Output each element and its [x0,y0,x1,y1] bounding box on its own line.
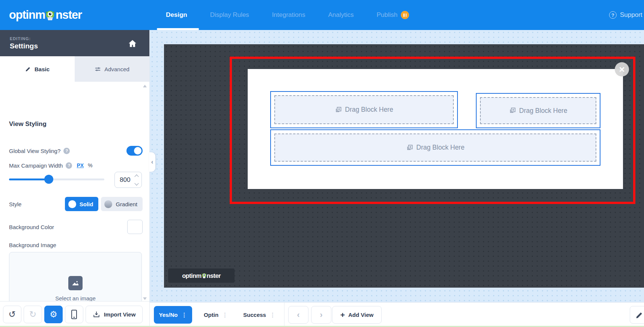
kebab-menu-icon[interactable]: ⋮ [222,312,228,318]
powered-by-badge: optinm nster [168,268,235,283]
dropzone-row-bottom[interactable]: Drag Block Here [270,129,600,166]
tab-basic-label: Basic [35,66,50,72]
max-width-slider[interactable] [9,178,104,180]
sidebar-collapse-handle[interactable]: ‹ [149,152,155,172]
top-nav: optinm nster Design Display Rules Integr… [0,0,644,30]
home-button[interactable] [128,39,137,48]
dropzone-column-right[interactable]: Drag Block Here [476,93,600,128]
app-root: optinm nster Design Display Rules Integr… [0,0,644,327]
view-yesno-button[interactable]: Yes/No ⋮ [154,306,192,324]
style-solid-label: Solid [80,201,93,207]
mobile-icon [71,310,77,319]
scrollbar-up-icon[interactable] [143,85,147,87]
collapse-icon: ‹ [151,158,153,166]
tab-integrations[interactable]: Integrations [272,11,305,19]
add-view-button[interactable]: + Add View [332,306,382,324]
max-campaign-width-row: Max Campaign Width ? PX % [9,161,143,170]
scrollbar-down-icon[interactable] [143,297,147,300]
campaign-body[interactable] [248,69,623,189]
stepper-up-icon[interactable] [134,174,138,178]
dropzone-target[interactable]: Drag Block Here [480,97,596,124]
dropzone-label: Drag Block Here [519,107,567,115]
solid-swatch-icon [68,200,76,208]
brand-logo-text-pre: optinm [9,8,45,22]
active-tab-underline [157,28,199,30]
background-color-swatch[interactable] [127,220,143,234]
image-placeholder-icon [68,276,83,290]
sidebar-tabs: Basic Advanced [0,56,149,82]
gradient-swatch-icon [104,200,112,208]
dropzone-label: Drag Block Here [416,144,464,152]
chevron-left-icon: ‹ [297,310,299,320]
sidebar-header: EDITING: Settings [0,30,149,56]
redo-button[interactable]: ↻ [24,306,42,323]
tab-advanced[interactable]: Advanced [75,56,149,82]
campaign-canvas[interactable]: × Drag Block Here [164,44,644,288]
import-view-button[interactable]: Import View [86,306,143,323]
view-success-button[interactable]: Success ⋮ [239,306,280,324]
tab-basic[interactable]: Basic [0,56,75,82]
next-view-button[interactable]: › [311,306,331,324]
settings-button[interactable]: ⚙ [44,306,63,323]
style-row: Style Solid Gradient [9,197,143,211]
kebab-menu-icon[interactable]: ⋮ [182,312,187,318]
editing-view-title: Settings [10,42,38,50]
tab-analytics[interactable]: Analytics [328,11,354,19]
mobile-preview-button[interactable] [65,306,83,323]
dropzone-label: Drag Block Here [345,106,393,114]
view-optin-button[interactable]: Optin ⋮ [199,306,233,324]
style-solid-button[interactable]: Solid [65,197,99,211]
unit-px-link[interactable]: PX [77,162,84,168]
global-view-styling-label: Global View Styling? [9,148,60,154]
tab-publish-label: Publish [377,11,398,19]
add-view-label: Add View [348,312,373,318]
help-icon[interactable]: ? [66,162,72,169]
pause-status-icon [401,11,409,19]
undo-icon: ↺ [9,310,16,319]
support-button[interactable]: ? Support [609,0,642,30]
style-gradient-button[interactable]: Gradient [101,197,143,211]
support-label: Support [620,11,642,19]
edit-view-button[interactable] [630,306,644,324]
dropzone-target[interactable]: Drag Block Here [274,95,454,124]
stepper-down-icon[interactable] [134,181,138,185]
drag-block-icon [335,106,342,113]
views-bar: Yes/No ⋮ Optin ⋮ Success ⋮ ‹ › + Add Vie… [150,302,644,327]
global-view-styling-toggle[interactable] [126,146,143,156]
global-view-styling-row: Global View Styling? ? [9,145,143,156]
previous-view-button[interactable]: ‹ [288,306,308,324]
background-color-row: Background Color [9,219,143,234]
slider-fill [9,178,48,180]
help-icon[interactable]: ? [63,148,70,154]
import-view-label: Import View [104,311,136,318]
unit-percent-link[interactable]: % [88,162,92,168]
import-icon [93,310,100,318]
tab-publish[interactable]: Publish [377,11,409,19]
sliders-icon [95,66,101,72]
select-image-label: Select an image [55,295,96,302]
undo-button[interactable]: ↺ [3,306,21,323]
dropzone-target[interactable]: Drag Block Here [274,134,596,162]
slider-thumb[interactable] [44,175,53,184]
chevron-right-icon: › [320,310,322,320]
plus-icon: + [340,310,345,320]
view-success-label: Success [243,312,266,318]
dropzone-column-left[interactable]: Drag Block Here [270,91,458,128]
sidebar: EDITING: Settings Basic Advanced [0,30,150,327]
max-width-input[interactable] [115,172,134,188]
tab-display-rules[interactable]: Display Rules [210,11,249,19]
toggle-knob [134,147,141,154]
drag-block-icon [509,107,516,114]
campaign-close-button[interactable]: × [615,62,629,76]
number-stepper[interactable] [134,175,139,185]
builder-workspace: × Drag Block Here [150,30,644,327]
badge-brand-post: nster [207,272,221,279]
max-campaign-width-label: Max Campaign Width [9,162,63,169]
gear-icon: ⚙ [50,310,57,319]
kebab-menu-icon[interactable]: ⋮ [270,312,275,318]
style-label: Style [9,201,21,207]
tab-design[interactable]: Design [166,11,187,19]
view-optin-label: Optin [204,312,218,318]
brand-logo-text-post: nster [56,8,82,22]
monster-icon [201,273,207,279]
